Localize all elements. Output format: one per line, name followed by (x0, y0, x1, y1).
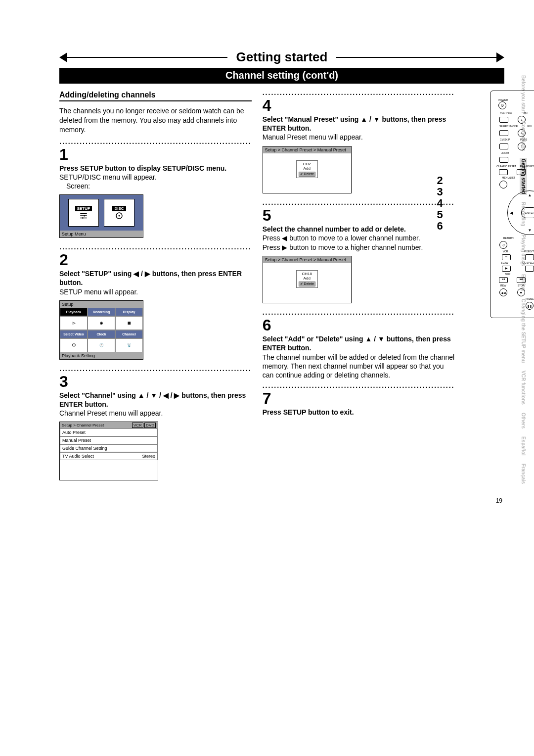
menu-header: Setup > Channel Preset > Manual Preset (263, 256, 351, 263)
step-6-instr: Select "Add" or "Delete" using ▲ / ▼ but… (263, 334, 455, 352)
step-7-instr: Press SETUP button to exit. (263, 408, 455, 417)
channel-box: CH2 Add ✔ Delete (296, 160, 318, 179)
subtitle: Channel setting (cont'd) (59, 68, 504, 84)
return-label: RETURN (503, 237, 514, 239)
dpad[interactable]: ▲ ▼ ◀ ▶ ENTER (507, 190, 534, 235)
disc-tile: DISC (104, 199, 134, 227)
video-icon: 🖵 (60, 338, 88, 352)
tab-espanol: Español (520, 435, 527, 457)
step-2-instr: Select "SETUP" using ◀ / ▶ buttons, then… (59, 269, 252, 287)
clear-button[interactable] (499, 169, 508, 175)
item-tv-audio: TV Audio SelectStereo (60, 452, 158, 460)
step-1-instr: Press SETUP button to display SETUP/DISC… (59, 164, 252, 173)
delete-label: ✔ Delete (299, 172, 315, 177)
step-1-num: 1 (59, 145, 252, 164)
search-mode-button[interactable] (499, 130, 508, 136)
rew-button[interactable]: ◀◀ (499, 288, 507, 296)
menu-button[interactable] (499, 181, 507, 189)
step-5-sub2: Press ▶ button to move to a higher chann… (263, 243, 455, 252)
remote-callouts-left: 2 3 4 5 6 (437, 175, 443, 232)
video-tv-button[interactable] (525, 254, 534, 260)
pause-button[interactable]: ❚❚ (526, 302, 534, 310)
num-1[interactable]: 1 (518, 116, 526, 124)
vcrplus-button[interactable] (499, 117, 508, 123)
step-3-num: 3 (59, 373, 252, 391)
vcr-tag: VCR (132, 423, 143, 428)
power-button[interactable]: ⏻ (498, 101, 506, 109)
down-arrow-icon[interactable]: ▼ (528, 228, 532, 233)
step-5-num: 5 (263, 206, 455, 225)
setup-disc-menu-screenshot: SETUP DISC Setup Menu (59, 194, 143, 238)
up-arrow-icon[interactable]: ▲ (528, 193, 532, 197)
skip-fwd-button[interactable]: ⏭ (517, 277, 526, 283)
cm-skip-button[interactable] (499, 143, 508, 149)
manual-preset-screenshot-1: Setup > Channel Preset > Manual Preset C… (263, 146, 352, 194)
num-7[interactable]: 7 (518, 142, 526, 150)
zoom-button[interactable] (499, 157, 508, 163)
cell-display: Display (115, 308, 143, 316)
display-icon: ▦ (115, 316, 143, 330)
menu-caption: Playback Setting (60, 352, 143, 359)
divider-dots (59, 367, 252, 373)
page-title-row: Getting started (59, 49, 504, 65)
rec-speed-button[interactable] (525, 266, 534, 272)
skip-back-button[interactable]: ⏮ (499, 277, 508, 283)
menu-label: MENU/LIST (502, 177, 515, 179)
divider-dots (263, 383, 455, 389)
manual-preset-screenshot-2: Setup > Channel Preset > Manual Preset C… (263, 256, 352, 304)
pause-label: PAUSE (526, 298, 534, 300)
menu-header: Setup (60, 301, 143, 308)
tab-vcr-functions: VCR functions (520, 370, 527, 406)
slow-button[interactable]: ▶ (502, 266, 511, 272)
setup-menu-screenshot: Setup Playback Recording Display ▷ ◉ ▦ S… (59, 300, 143, 360)
arrow-right-icon (496, 52, 504, 62)
tab-others: Others (520, 412, 527, 429)
step-5-sub1: Press ◀ button to move to a lower channe… (263, 234, 455, 242)
step-7-num: 7 (263, 389, 455, 408)
step-3-instr: Select "Channel" using ▲ / ▼ / ◀ / ▶ but… (59, 391, 252, 409)
divider-dots (263, 91, 455, 96)
add-label: Add (299, 276, 315, 281)
record-icon: ◉ (88, 316, 115, 330)
cell-channel: Channel (115, 330, 143, 338)
section-heading: Adding/deleting channels (59, 91, 252, 101)
antenna-icon: 📡 (115, 338, 143, 352)
middle-column: 4 Select "Manual Preset" using ▲ / ▼ but… (263, 91, 455, 487)
page-number: 19 (59, 497, 504, 504)
channel-label: CH2 (299, 162, 315, 167)
channel-label: CH18 (299, 272, 315, 277)
step-5-instr: Select the channel number to add or dele… (263, 225, 455, 234)
sliders-icon (79, 211, 88, 220)
cell-playback: Playback (60, 308, 88, 316)
stop-button[interactable]: ■ (517, 288, 525, 296)
step-2-sub: SETUP menu will appear. (59, 287, 252, 296)
left-arrow-icon[interactable]: ◀ (510, 211, 513, 215)
return-button[interactable]: ↺ (499, 241, 507, 249)
item-guide-channel: Guide Channel Setting (60, 444, 158, 452)
divider-dots (263, 310, 455, 316)
disc-icon (115, 211, 124, 220)
step-1-screen-label: Screen: (59, 182, 252, 190)
step-6-sub: The channel number will be added or dele… (263, 353, 455, 380)
rec-monitor-button[interactable] (517, 169, 526, 175)
intro-text: The channels you no longer receive or se… (59, 106, 252, 135)
step-2-num: 2 (59, 251, 252, 269)
menu-header: Setup > Channel Preset > Manual Preset (263, 146, 351, 153)
add-label: Add (299, 166, 315, 171)
clock-icon: 🕐 (88, 338, 115, 352)
cell-recording: Recording (88, 308, 115, 316)
step-3-sub: Channel Preset menu will appear. (59, 409, 252, 418)
remote-control-diagram: POWER⏻ OPEN/ CLOSE⏏ VCR Plus+.@/:ABCDEF … (490, 91, 534, 318)
enter-button[interactable]: ENTER (521, 207, 534, 218)
num-4[interactable]: 4 (518, 129, 526, 137)
cell-select-video: Select Video (60, 330, 88, 338)
power-label: POWER (498, 99, 508, 101)
step-6-num: 6 (263, 316, 455, 334)
dvd-tag: DVD (144, 423, 156, 428)
setup-caption: Setup Menu (60, 231, 143, 237)
menu-header: Setup > Channel Preset (62, 423, 104, 427)
vcr-button[interactable]: ∞ (502, 254, 511, 260)
svg-point-1 (119, 215, 120, 216)
tab-francais: Français (520, 463, 527, 485)
cell-clock: Clock (88, 330, 115, 338)
